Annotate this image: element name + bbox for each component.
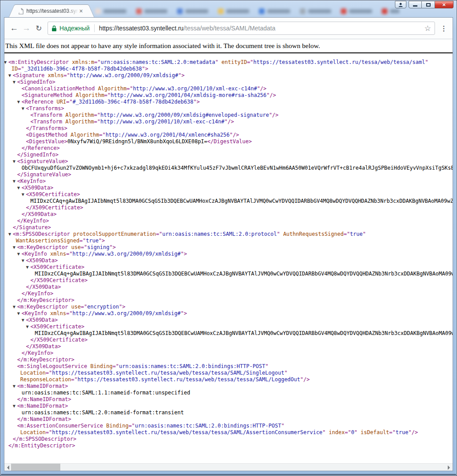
background-tab[interactable] bbox=[95, 8, 126, 14]
xml-tag: <m:AssertionConsumerService bbox=[17, 423, 106, 429]
xml-line: MIIDxzCCAq+gAwIBAgIJAIbNmqt5l83DMA0GCSqG… bbox=[4, 198, 453, 205]
collapse-arrow-icon[interactable]: ▼ bbox=[17, 99, 22, 105]
xml-line: ▼<SignedInfo> bbox=[4, 79, 453, 86]
reload-icon: ↻ bbox=[36, 24, 42, 33]
xml-tag: </X509Data> bbox=[26, 343, 61, 350]
horizontal-scrollbar-thumb[interactable] bbox=[11, 464, 60, 471]
collapse-arrow-icon[interactable]: ▼ bbox=[22, 191, 26, 198]
xml-attribute-value: http://www.w3.org/2000/09/xmldsig# bbox=[70, 72, 178, 78]
background-tab[interactable] bbox=[136, 8, 167, 14]
back-button[interactable]: ← bbox=[8, 22, 20, 34]
xml-tag: </X509Certificate> bbox=[26, 205, 83, 211]
xml-tag: "> bbox=[181, 310, 187, 316]
xml-attribute-name: AuthnRequestsSigned bbox=[283, 231, 343, 237]
background-tab-favicon-icon bbox=[300, 8, 306, 14]
address-bar[interactable]: Надежный https://tessatest03.syntellect.… bbox=[48, 22, 435, 35]
xml-tag: "/> bbox=[266, 92, 276, 98]
collapse-arrow-icon[interactable]: ▼ bbox=[13, 79, 17, 86]
collapse-arrow-icon[interactable]: ▼ bbox=[26, 264, 30, 271]
xml-line: </m:KeyDescriptor> bbox=[4, 297, 453, 304]
background-tab[interactable] bbox=[382, 8, 399, 14]
background-tab[interactable] bbox=[341, 8, 372, 14]
xml-line: ▼<Reference URI="#_32d11d6b-396c-4f78-b5… bbox=[4, 99, 453, 105]
collapse-arrow-icon[interactable]: ▼ bbox=[13, 304, 17, 310]
xml-attribute-value: http://www.w3.org/2001/10/xml-exc-c14n# bbox=[100, 119, 225, 125]
xml-attribute-value: #_32d11d6b-396c-4f78-b58f-78db42deb638 bbox=[73, 99, 194, 105]
background-tab[interactable] bbox=[259, 8, 290, 14]
xml-tag: </SignatureValue> bbox=[17, 171, 71, 178]
xml-attribute-name: index bbox=[329, 429, 345, 435]
xml-line: <DigestMethod Algorithm="http://www.w3.o… bbox=[4, 132, 453, 138]
xml-document-tree: ▼<m:EntityDescriptor xmlns:m="urn:oasis:… bbox=[4, 53, 453, 449]
xml-line: Location="https://tessatest03.syntellect… bbox=[4, 370, 453, 376]
xml-tag: "> bbox=[142, 66, 148, 72]
xml-tag: <X509Data> bbox=[26, 257, 58, 264]
xml-tag: </X509Data> bbox=[22, 211, 56, 217]
collapse-arrow-icon[interactable]: ▼ bbox=[13, 158, 17, 165]
xml-line: <Transform Algorithm="http://www.w3.org/… bbox=[4, 112, 453, 119]
xml-line: ▼<KeyInfo xmlns="http://www.w3.org/2000/… bbox=[4, 251, 453, 257]
xml-tag: "/> bbox=[229, 132, 239, 138]
collapse-arrow-icon[interactable]: ▼ bbox=[17, 251, 22, 257]
collapse-arrow-icon[interactable]: ▼ bbox=[17, 310, 22, 317]
security-status-label[interactable]: Надежный bbox=[59, 25, 90, 32]
xml-line: ▼<X509Certificate> bbox=[4, 264, 453, 271]
forward-icon: → bbox=[22, 23, 31, 33]
xml-line: </KeyInfo> bbox=[4, 350, 453, 357]
background-tab-title bbox=[267, 9, 290, 13]
collapse-arrow-icon[interactable]: ▼ bbox=[13, 244, 17, 251]
browser-client-area: ← → ↻ Надежный https://tessatest03.synte… bbox=[4, 17, 453, 471]
collapse-arrow-icon[interactable]: ▼ bbox=[8, 231, 13, 238]
background-tab-title bbox=[226, 9, 249, 13]
xml-tag: <Transform bbox=[30, 119, 65, 125]
tab-close-icon[interactable]: × bbox=[79, 8, 83, 14]
xml-line: </X509Data> bbox=[4, 211, 453, 218]
xml-line: MIIDxzCCAq+gAwIBAgIJAIbNmqt5l83DMA0GCSqG… bbox=[4, 271, 453, 277]
scroll-right-button[interactable] bbox=[445, 464, 453, 471]
collapse-arrow-icon[interactable]: ▼ bbox=[4, 59, 8, 66]
xml-tag: <X509Certificate> bbox=[30, 264, 85, 270]
xml-tag: <m:SingleLogoutService bbox=[17, 363, 90, 369]
xml-line: ▼<m:SPSSODescriptor protocolSupportEnume… bbox=[4, 231, 453, 238]
horizontal-scrollbar[interactable] bbox=[4, 463, 453, 471]
background-tab[interactable] bbox=[300, 8, 331, 14]
reload-button[interactable]: ↻ bbox=[33, 22, 45, 34]
xml-tag: =" bbox=[81, 244, 87, 250]
collapse-arrow-icon[interactable]: ▼ bbox=[13, 178, 17, 185]
background-tab-favicon-icon bbox=[177, 8, 183, 14]
bookmark-star-icon[interactable]: ☆ bbox=[424, 24, 431, 33]
xml-attribute-value: http://www.w3.org/2000/09/xmldsig#envelo… bbox=[100, 112, 269, 118]
xml-line: </KeyInfo> bbox=[4, 290, 453, 297]
collapse-arrow-icon[interactable]: ▼ bbox=[22, 317, 26, 324]
xml-line: </X509Data> bbox=[4, 284, 453, 290]
background-tab-title bbox=[390, 9, 399, 13]
url-host: https://tessatest03.syntellect.ru bbox=[99, 25, 184, 32]
url-path: /tessa/web/tessa/SAML/Metadata bbox=[184, 25, 276, 32]
collapse-arrow-icon[interactable]: ▼ bbox=[17, 185, 22, 191]
xml-tag: </X509Certificate> bbox=[30, 337, 88, 343]
collapse-arrow-icon[interactable]: ▼ bbox=[8, 72, 13, 79]
collapse-arrow-icon[interactable]: ▼ bbox=[13, 403, 17, 409]
xml-tag: " bbox=[425, 59, 428, 65]
collapse-arrow-icon[interactable]: ▼ bbox=[26, 324, 30, 330]
browser-menu-icon[interactable]: ⋮ bbox=[439, 24, 449, 33]
collapse-arrow-icon[interactable]: ▼ bbox=[22, 105, 26, 112]
xml-attribute-value: https://tessatest03.syntellect.ru/tessa/… bbox=[52, 429, 322, 435]
xml-attribute-name: Algorithm bbox=[65, 112, 94, 118]
xml-attribute-value: true bbox=[350, 231, 363, 237]
xml-attribute-value: https://tessatest03.syntellect.ru/tessa/… bbox=[52, 370, 284, 376]
xml-tag: </Reference> bbox=[22, 145, 60, 151]
url-text[interactable]: https://tessatest03.syntellect.ru/tessa/… bbox=[99, 25, 422, 32]
forward-button[interactable]: → bbox=[20, 22, 33, 34]
xml-tag: </KeyInfo> bbox=[22, 290, 53, 297]
xml-attribute-value: https://tessatest03.syntellect.ru/tessa/… bbox=[253, 59, 425, 65]
background-tab[interactable] bbox=[218, 8, 249, 14]
collapse-arrow-icon[interactable]: ▼ bbox=[22, 257, 26, 264]
page-favicon-icon bbox=[18, 8, 24, 15]
xml-tag: </m:NameIDFormat> bbox=[17, 396, 71, 402]
background-tabs-blurred[interactable] bbox=[95, 5, 399, 17]
tab-active[interactable]: https://tessatest03.syntel × bbox=[15, 4, 88, 17]
collapse-arrow-icon[interactable]: ▼ bbox=[13, 383, 17, 390]
tab-title: https://tessatest03.syntel bbox=[26, 8, 78, 14]
background-tab[interactable] bbox=[177, 8, 208, 14]
